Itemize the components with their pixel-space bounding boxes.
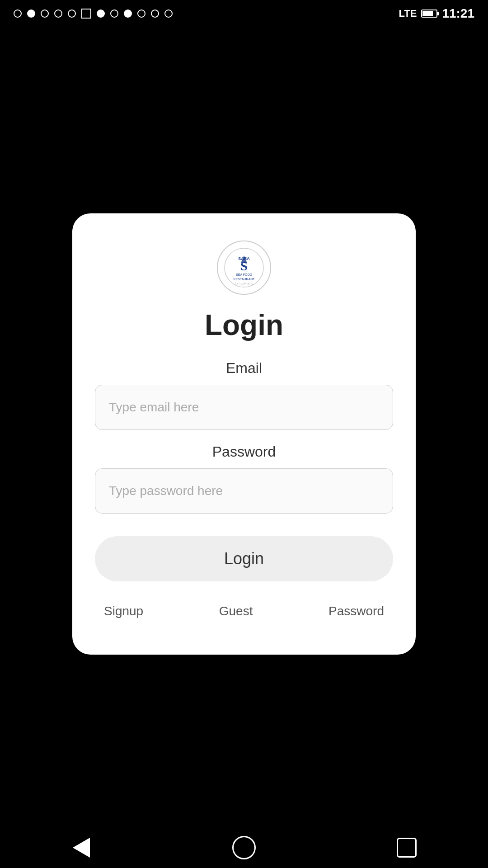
bottom-nav-bar	[0, 827, 488, 868]
email-input[interactable]	[95, 385, 393, 430]
svg-text:RESTAURANT: RESTAURANT	[234, 278, 255, 281]
recents-button[interactable]	[393, 834, 420, 861]
page-title: Login	[205, 308, 283, 342]
login-button[interactable]: Login	[95, 536, 393, 581]
recents-icon	[397, 838, 417, 858]
email-field-section: Email	[95, 360, 393, 430]
bottom-links: Signup Guest Password	[95, 599, 393, 623]
status-bar: LTE 11:21	[0, 0, 488, 27]
lte-label: LTE	[399, 8, 417, 19]
back-button[interactable]	[68, 834, 95, 861]
signal-dot-10	[151, 9, 159, 18]
status-right: LTE 11:21	[399, 6, 474, 21]
back-icon	[73, 838, 90, 858]
signal-dot-4	[54, 9, 62, 18]
password-label: Password	[95, 443, 393, 460]
guest-button[interactable]: Guest	[210, 599, 262, 623]
svg-text:رائـع أطـيب مـا: رائـع أطـيب مـا	[235, 281, 253, 285]
signal-dot-8	[124, 9, 132, 18]
signup-button[interactable]: Signup	[95, 599, 152, 623]
password-field-section: Password	[95, 443, 393, 514]
login-card: S SARA SEA FOOD RESTAURANT رائـع أطـيب م…	[72, 213, 416, 655]
status-icons	[14, 9, 173, 19]
svg-text:SEA FOOD: SEA FOOD	[236, 273, 252, 276]
logo-icon: S SARA SEA FOOD RESTAURANT رائـع أطـيب م…	[224, 247, 264, 288]
signal-dot-6	[97, 9, 105, 18]
signal-dot-3	[41, 9, 49, 18]
signal-dot-11	[164, 9, 173, 18]
signal-dot-1	[14, 9, 22, 18]
signal-dot-5	[68, 9, 76, 18]
signal-dot-9	[137, 9, 145, 18]
home-icon	[232, 836, 256, 859]
logo-container: S SARA SEA FOOD RESTAURANT رائـع أطـيب م…	[217, 241, 271, 295]
square-icon	[81, 9, 91, 19]
home-button[interactable]	[230, 834, 258, 861]
signal-dot-7	[110, 9, 118, 18]
signal-dot-2	[27, 9, 35, 18]
password-input[interactable]	[95, 468, 393, 514]
time-display: 11:21	[442, 6, 474, 21]
forgot-password-button[interactable]: Password	[319, 599, 393, 623]
email-label: Email	[95, 360, 393, 377]
battery-icon	[421, 9, 437, 18]
